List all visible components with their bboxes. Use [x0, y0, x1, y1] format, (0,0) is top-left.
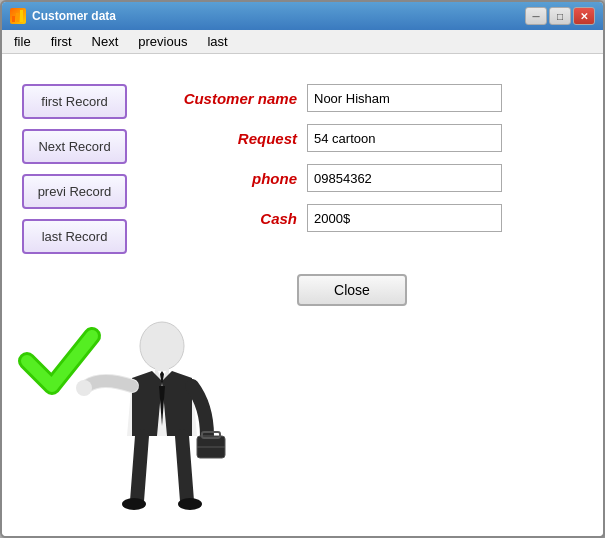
cash-row: Cash — [157, 204, 583, 232]
svg-rect-2 — [20, 10, 23, 22]
svg-point-7 — [178, 498, 202, 510]
maximize-button[interactable]: □ — [549, 7, 571, 25]
window-close-button[interactable]: ✕ — [573, 7, 595, 25]
menu-bar: file first Next previous last — [2, 30, 603, 54]
customer-name-input[interactable] — [307, 84, 502, 112]
menu-item-previous[interactable]: previous — [130, 32, 195, 51]
menu-item-first[interactable]: first — [43, 32, 80, 51]
phone-label: phone — [157, 170, 297, 187]
app-icon — [10, 8, 26, 24]
cash-label: Cash — [157, 210, 297, 227]
title-bar-buttons: ─ □ ✕ — [525, 7, 595, 25]
cash-input[interactable] — [307, 204, 502, 232]
window-title: Customer data — [32, 9, 116, 23]
svg-rect-0 — [12, 16, 15, 22]
request-row: Request — [157, 124, 583, 152]
phone-row: phone — [157, 164, 583, 192]
minimize-button[interactable]: ─ — [525, 7, 547, 25]
customer-name-label: Customer name — [157, 90, 297, 107]
title-bar-left: Customer data — [10, 8, 116, 24]
svg-rect-1 — [16, 13, 19, 22]
phone-input[interactable] — [307, 164, 502, 192]
next-record-button[interactable]: Next Record — [22, 129, 127, 164]
left-panel: first Record Next Record previ Record la… — [22, 84, 127, 516]
first-record-button[interactable]: first Record — [22, 84, 127, 119]
menu-item-last[interactable]: last — [199, 32, 235, 51]
svg-point-3 — [140, 322, 184, 370]
request-label: Request — [157, 130, 297, 147]
customer-name-row: Customer name — [157, 84, 583, 112]
last-record-button[interactable]: last Record — [22, 219, 127, 254]
main-window: Customer data ─ □ ✕ file first Next prev… — [0, 0, 605, 538]
title-bar: Customer data ─ □ ✕ — [2, 2, 603, 30]
menu-item-file[interactable]: file — [6, 32, 39, 51]
content-area: first Record Next Record previ Record la… — [2, 54, 603, 536]
menu-item-next[interactable]: Next — [84, 32, 127, 51]
request-input[interactable] — [307, 124, 502, 152]
previ-record-button[interactable]: previ Record — [22, 174, 127, 209]
close-button[interactable]: Close — [297, 274, 407, 306]
